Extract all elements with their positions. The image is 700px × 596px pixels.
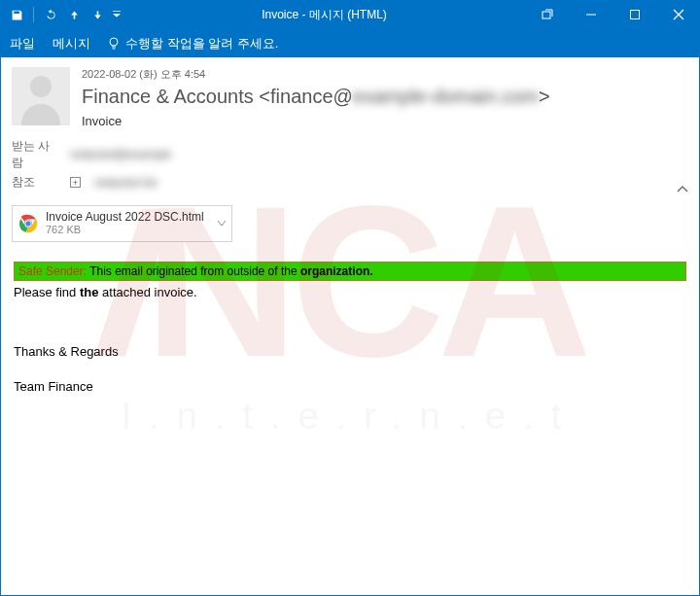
- message-header: 2022-08-02 (화) 오후 4:54 Finance & Account…: [0, 57, 700, 201]
- down-arrow-button[interactable]: [87, 4, 108, 25]
- body-signature-2: Team Finance: [14, 379, 686, 394]
- safe-sender-org: organization.: [300, 264, 373, 278]
- attachment-chip[interactable]: Invoice August 2022 DSC.html 762 KB: [12, 205, 232, 242]
- body-line-1: Please find the attached invoice.: [14, 285, 686, 299]
- attachment-dropdown-button[interactable]: [218, 218, 226, 228]
- separator: [33, 7, 34, 22]
- to-value: redacted@example: [70, 148, 171, 161]
- window-title: Invoice - 메시지 (HTML): [123, 7, 525, 23]
- ribbon-bar: 파일 메시지 수행할 작업을 알려 주세요.: [0, 29, 700, 57]
- svg-point-9: [25, 221, 31, 227]
- window-controls: [525, 0, 700, 29]
- message-tab[interactable]: 메시지: [52, 35, 90, 53]
- subject-line: Invoice: [82, 114, 688, 128]
- minimize-button[interactable]: [569, 0, 612, 29]
- chevron-down-icon: [218, 221, 226, 227]
- up-arrow-button[interactable]: [63, 4, 85, 25]
- from-display-name: Finance & Accounts: [82, 86, 259, 107]
- body-signature-1: Thanks & Regards: [14, 344, 686, 359]
- file-tab[interactable]: 파일: [10, 35, 35, 53]
- popout-button[interactable]: [525, 0, 569, 29]
- tell-me-label: 수행할 작업을 알려 주세요.: [125, 35, 278, 53]
- maximize-button[interactable]: [612, 0, 656, 29]
- message-body: Safe Sender: This email originated from …: [0, 252, 700, 409]
- received-date: 2022-08-02 (화) 오후 4:54: [82, 67, 688, 82]
- from-address-close: >: [539, 86, 550, 107]
- attachment-meta: Invoice August 2022 DSC.html 762 KB: [46, 210, 204, 237]
- cc-label: 참조: [12, 174, 60, 191]
- close-button[interactable]: [656, 0, 700, 29]
- attachment-size: 762 KB: [46, 224, 204, 236]
- title-bar: Invoice - 메시지 (HTML): [0, 0, 700, 29]
- chevron-up-icon: [677, 185, 688, 193]
- svg-point-5: [110, 38, 118, 46]
- quick-access-toolbar: [0, 4, 123, 25]
- safe-sender-text: This email originated from outside of th…: [87, 264, 300, 278]
- from-address-open: <finance@: [259, 86, 352, 107]
- svg-rect-2: [630, 11, 639, 19]
- collapse-header-button[interactable]: [677, 182, 688, 195]
- sender-avatar: [12, 67, 70, 125]
- attachments-area: Invoice August 2022 DSC.html 762 KB: [0, 201, 700, 252]
- tell-me-search[interactable]: 수행할 작업을 알려 주세요.: [108, 35, 278, 53]
- cc-expand-icon[interactable]: +: [70, 177, 81, 188]
- svg-point-6: [30, 76, 52, 97]
- attachment-name: Invoice August 2022 DSC.html: [46, 210, 204, 224]
- save-button[interactable]: [6, 4, 27, 25]
- from-line: Finance & Accounts <finance@example-doma…: [82, 86, 688, 108]
- svg-rect-0: [542, 12, 550, 18]
- recipients-block: 받는 사람 redacted@example 참조 + redacted lis…: [12, 128, 688, 191]
- to-label: 받는 사람: [12, 138, 60, 171]
- qat-customize-button[interactable]: [110, 4, 123, 25]
- from-address-blurred: example-domain.com: [353, 86, 539, 107]
- chrome-html-icon: [18, 214, 38, 233]
- safe-sender-banner: Safe Sender: This email originated from …: [14, 262, 686, 281]
- safe-sender-label: Safe Sender:: [18, 264, 87, 278]
- lightbulb-icon: [108, 37, 120, 51]
- cc-value: redacted list: [94, 176, 158, 190]
- undo-button[interactable]: [40, 4, 61, 25]
